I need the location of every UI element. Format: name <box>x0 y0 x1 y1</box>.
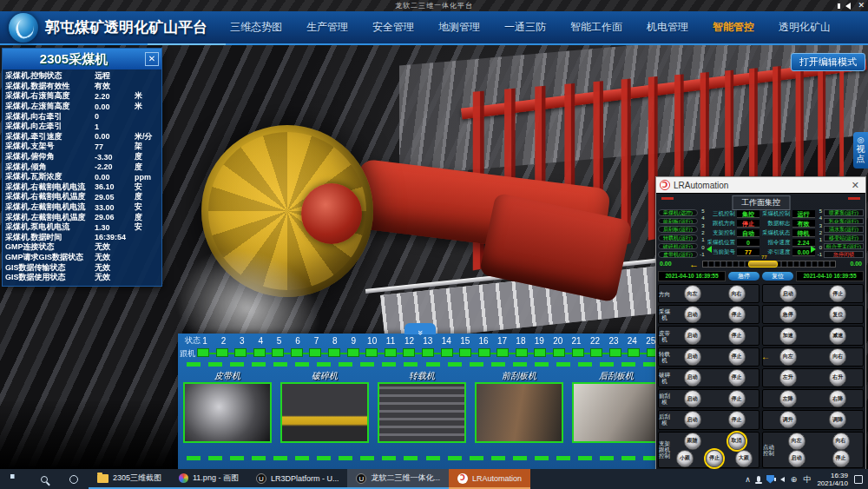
window-titlebar[interactable]: 龙软二三维一体化平台 <box>0 0 868 11</box>
status-column-left: 三机控制集控跟机方向停止支架控制自动采煤机位置0当前架号77 <box>707 209 760 256</box>
control-button[interactable]: 跟随 <box>684 433 701 450</box>
control-button[interactable]: 右降 <box>829 390 846 407</box>
nav-item-3[interactable]: 安全管理 <box>372 20 414 35</box>
nav-item-4[interactable]: 地测管理 <box>438 20 480 35</box>
nav-item-6[interactable]: 智能工作面 <box>570 20 622 35</box>
control-button[interactable]: 向右 <box>832 433 850 450</box>
search-button[interactable] <box>30 469 59 489</box>
device-status-button[interactable]: 移变站(运行) <box>824 235 864 241</box>
reset-button[interactable]: 复位 <box>762 272 793 281</box>
control-button[interactable]: 启动 <box>779 285 797 302</box>
taskbar-app[interactable]: 11.png - 画图 <box>170 469 247 489</box>
control-button[interactable]: 停止 <box>728 327 746 345</box>
taskbar-app[interactable]: 2305三维截图 <box>89 469 170 489</box>
device-status-button[interactable]: 破碎机(运行) <box>658 243 698 250</box>
table-row: GMP请求GIS数据状态无效 <box>5 253 159 263</box>
device-status-button[interactable]: 后刮板(运行) <box>658 226 698 233</box>
tray-expand-icon[interactable]: ∧ <box>745 475 751 484</box>
control-button[interactable]: 向左 <box>684 285 701 302</box>
control-button[interactable]: 启动 <box>684 411 701 428</box>
slider-handle[interactable] <box>748 261 778 268</box>
close-icon[interactable]: ✕ <box>145 52 159 66</box>
cortana-button[interactable] <box>59 469 89 489</box>
control-button[interactable]: 启动 <box>684 390 701 407</box>
taskbar-app[interactable]: U龙软二三维一体化... <box>347 469 449 489</box>
control-button[interactable]: 启动 <box>684 369 701 387</box>
support-number: 1 <box>197 336 213 346</box>
ruler-number: 1 <box>816 237 825 242</box>
control-button[interactable]: 向右 <box>829 348 846 366</box>
control-button[interactable]: 小跟 <box>676 450 694 467</box>
clock[interactable]: 16:39 2021/4/10 <box>817 472 848 487</box>
ime-indicator[interactable]: 中 <box>803 475 811 484</box>
nav-item-5[interactable]: 一通三防 <box>504 20 546 35</box>
device-status-button[interactable]: 喷雾泵(运行) <box>824 209 864 216</box>
nav-item-7[interactable]: 机电管理 <box>647 20 688 35</box>
control-button[interactable]: 停止 <box>728 306 746 323</box>
collapse-strip-button[interactable]: » <box>404 323 436 334</box>
notification-icon[interactable] <box>854 475 863 484</box>
camera-feeds: 皮带机破碎机转载机前刮板机后刮板机 <box>183 370 661 443</box>
camera-thumbnail[interactable] <box>280 382 369 443</box>
control-button[interactable]: 停止 <box>728 369 746 387</box>
control-button[interactable]: 左降 <box>779 390 797 407</box>
control-button[interactable]: 取消 <box>728 433 746 450</box>
close-icon[interactable]: ✕ <box>858 1 865 10</box>
control-row: 采煤机启动停止 <box>658 305 760 324</box>
nav-menu: 三维态势图生产管理安全管理地测管理一通三防智能工作面机电管理智能管控透明化矿山 <box>230 20 831 35</box>
control-button[interactable]: 急停 <box>779 306 797 323</box>
control-button[interactable]: 调降 <box>829 411 846 428</box>
taskbar-app[interactable]: ↃLRAutomation <box>449 469 530 489</box>
control-button[interactable]: 加速 <box>779 327 797 345</box>
control-button[interactable]: 停止 <box>728 390 746 407</box>
control-button[interactable]: 停止 <box>832 450 850 467</box>
open-edit-mode-button[interactable]: 打开编辑模式 <box>791 53 865 71</box>
lra-titlebar[interactable]: Ↄ LRAutomation ✕ <box>656 177 865 193</box>
device-status-button[interactable]: 乳化泵(运行) <box>824 218 864 225</box>
speaker-icon[interactable] <box>780 477 785 482</box>
control-button[interactable]: 调升 <box>779 411 797 428</box>
device-status-button[interactable]: 前刮板(运行) <box>658 218 698 225</box>
estop-button[interactable]: 急停 <box>728 272 760 281</box>
camera-thumbnail[interactable] <box>378 382 466 443</box>
control-button[interactable]: 复位 <box>829 306 846 323</box>
control-button[interactable]: 启动 <box>684 306 701 323</box>
device-status-button[interactable]: 组合开关(运行) <box>824 243 864 250</box>
nav-item-1[interactable]: 三维态势图 <box>230 20 282 35</box>
control-button[interactable]: 停止 <box>728 348 746 366</box>
control-button[interactable]: 停止 <box>706 450 723 467</box>
control-button[interactable]: 减速 <box>829 327 846 345</box>
camera-thumbnail[interactable] <box>475 382 563 443</box>
position-slider[interactable]: 77 <box>702 261 836 268</box>
volume-icon[interactable] <box>845 3 851 10</box>
start-button[interactable] <box>0 469 30 489</box>
nav-item-2[interactable]: 生产管理 <box>306 20 348 35</box>
device-status-button[interactable]: 皮带机(运行) <box>658 251 698 258</box>
control-button[interactable]: 右升 <box>829 369 846 387</box>
device-status-button[interactable]: 急停闭锁 <box>824 251 864 258</box>
device-status-button[interactable]: 清水泵(运行) <box>824 226 864 233</box>
control-button[interactable]: 启动 <box>788 450 806 467</box>
control-button[interactable]: 向右 <box>728 285 746 302</box>
control-button[interactable]: 停止 <box>728 411 746 428</box>
control-button[interactable]: 启动 <box>684 327 701 345</box>
microphone-icon[interactable] <box>757 476 760 482</box>
network-icon[interactable]: ⊕ <box>791 475 798 484</box>
taskbar-app[interactable]: ULR3DPlatform - U... <box>247 469 348 489</box>
security-shield-icon[interactable] <box>766 475 774 484</box>
control-button[interactable]: 启动 <box>684 348 701 366</box>
control-button[interactable]: 向左 <box>779 348 797 366</box>
camera-thumbnail[interactable] <box>183 382 272 443</box>
nav-item-8[interactable]: 智能管控 <box>713 20 754 35</box>
device-status-button[interactable]: 转载机(运行) <box>658 235 698 241</box>
control-block-row: 向左向右 <box>774 433 863 450</box>
control-button[interactable]: 大跟 <box>735 450 753 467</box>
close-icon[interactable]: ✕ <box>849 180 862 191</box>
camera-thumbnail[interactable] <box>572 382 661 443</box>
nav-item-9[interactable]: 透明化矿山 <box>779 20 831 35</box>
control-button[interactable]: 左升 <box>779 369 797 387</box>
control-button[interactable]: 向左 <box>788 433 806 450</box>
control-button[interactable]: 停止 <box>829 285 846 302</box>
viewpoint-tab[interactable]: ◎ 视点 <box>853 132 868 169</box>
device-status-button[interactable]: 采煤机(远控) <box>658 209 698 216</box>
